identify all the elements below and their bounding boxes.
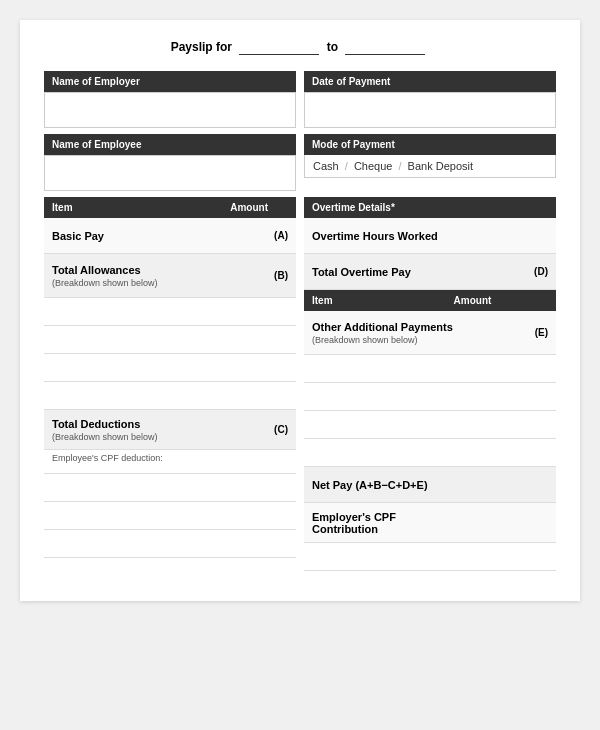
total-allowances-label: Total Allowances (Breakdown shown below): [52, 264, 183, 288]
title-from-field[interactable]: [239, 40, 319, 55]
main-table-area: Item Amount Basic Pay (A) Total Allowanc…: [44, 197, 556, 571]
mode-bank-deposit[interactable]: Bank Deposit: [408, 160, 473, 172]
employee-mode-row: Name of Employee Mode of Payment Cash / …: [44, 134, 556, 191]
employer-cpf-row: Employer's CPFContribution: [304, 503, 556, 543]
left-col-amount-header: Amount: [182, 202, 288, 213]
bottom-line-left: [44, 530, 296, 558]
mode-cash[interactable]: Cash: [313, 160, 339, 172]
additional-col-amount: Amount: [454, 295, 548, 306]
total-allowances-row: Total Allowances (Breakdown shown below)…: [44, 254, 296, 298]
additional-row-4: [304, 439, 556, 467]
ot-hours-label: Overtime Hours Worked: [312, 230, 454, 242]
bottom-line-right: [304, 543, 556, 571]
left-table-header: Item Amount: [44, 197, 296, 218]
employer-field[interactable]: [44, 92, 296, 128]
allowance-row-2: [44, 326, 296, 354]
employee-field[interactable]: [44, 155, 296, 191]
ot-pay-code: (D): [534, 266, 548, 277]
total-allowances-sub: (Breakdown shown below): [52, 278, 158, 288]
ot-header: Overtime Details*: [304, 197, 556, 218]
net-pay-label: Net Pay (A+B−C+D+E): [312, 479, 454, 491]
payslip-page: Payslip for to Name of Employer Date of …: [20, 20, 580, 601]
mode-of-payment-header: Mode of Payment: [304, 134, 556, 155]
total-deductions-code: (C): [270, 424, 288, 435]
additional-payments-header: Item Amount: [304, 290, 556, 311]
total-allowances-code: (B): [270, 270, 288, 281]
allowance-row-4: [44, 382, 296, 410]
basic-pay-label: Basic Pay: [52, 230, 183, 242]
cpf-deduction-label: Employee's CPF deduction:: [52, 453, 163, 463]
left-col-item-header: Item: [52, 202, 182, 213]
additional-col-item: Item: [312, 295, 454, 306]
employer-header: Name of Employer: [44, 71, 296, 92]
employer-section: Name of Employer: [44, 71, 296, 128]
other-payments-label: Other Additional Payments (Breakdown sho…: [312, 321, 479, 345]
right-panel: Overtime Details* Overtime Hours Worked …: [304, 197, 556, 571]
cpf-deduction-note: Employee's CPF deduction:: [44, 450, 296, 474]
mode-cheque[interactable]: Cheque: [354, 160, 393, 172]
payment-date-field[interactable]: [304, 92, 556, 128]
additional-row-2: [304, 383, 556, 411]
employer-cpf-label: Employer's CPFContribution: [312, 511, 454, 535]
total-deductions-label: Total Deductions (Breakdown shown below): [52, 418, 183, 442]
employee-section: Name of Employee: [44, 134, 296, 191]
employer-date-row: Name of Employer Date of Payment: [44, 71, 556, 128]
allowance-row-1: [44, 298, 296, 326]
ot-pay-label: Total Overtime Pay: [312, 266, 445, 278]
other-payments-row: Other Additional Payments (Breakdown sho…: [304, 311, 556, 355]
title-to-label: to: [327, 40, 338, 54]
payslip-title: Payslip for to: [44, 40, 556, 55]
payment-date-section: Date of Payment: [304, 71, 556, 128]
ot-pay-row: Total Overtime Pay (D): [304, 254, 556, 290]
mode-of-payment-options: Cash / Cheque / Bank Deposit: [304, 155, 556, 178]
total-deductions-row: Total Deductions (Breakdown shown below)…: [44, 410, 296, 450]
title-to-field[interactable]: [345, 40, 425, 55]
deduction-row-1: [44, 474, 296, 502]
employee-header: Name of Employee: [44, 134, 296, 155]
deduction-row-2: [44, 502, 296, 530]
payment-date-header: Date of Payment: [304, 71, 556, 92]
ot-hours-row: Overtime Hours Worked: [304, 218, 556, 254]
mode-of-payment-section: Mode of Payment Cash / Cheque / Bank Dep…: [304, 134, 556, 191]
additional-row-1: [304, 355, 556, 383]
net-pay-row: Net Pay (A+B−C+D+E): [304, 467, 556, 503]
basic-pay-row: Basic Pay (A): [44, 218, 296, 254]
additional-row-3: [304, 411, 556, 439]
other-payments-code: (E): [535, 327, 548, 338]
other-payments-sub: (Breakdown shown below): [312, 335, 418, 345]
allowance-row-3: [44, 354, 296, 382]
total-deductions-sub: (Breakdown shown below): [52, 432, 158, 442]
title-prefix: Payslip for: [171, 40, 232, 54]
left-panel: Item Amount Basic Pay (A) Total Allowanc…: [44, 197, 296, 571]
basic-pay-code: (A): [270, 230, 288, 241]
